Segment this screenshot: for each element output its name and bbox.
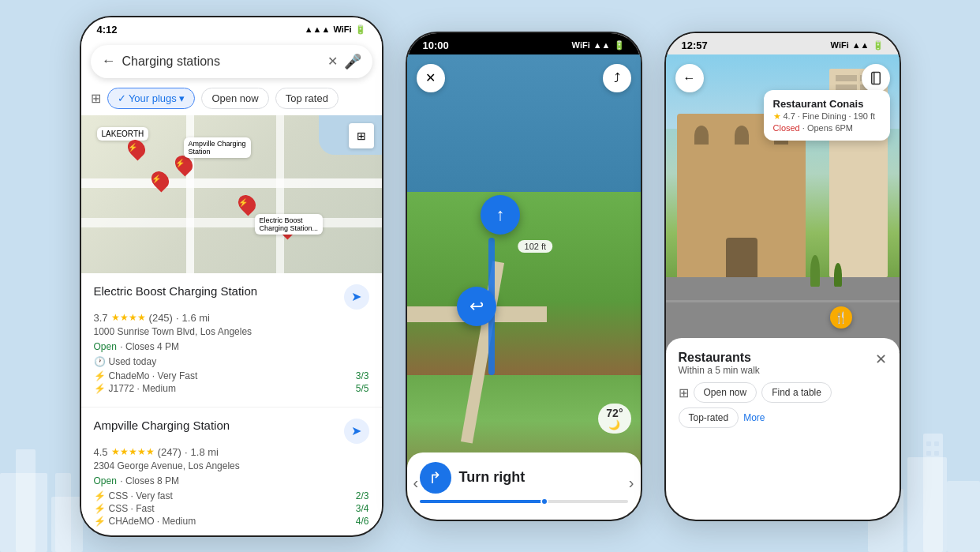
nav-instruction-text: Turn right [459,469,526,486]
avail-2a: 2/3 [356,490,369,501]
nav-instruction: ‹ ↱ Turn right › [420,462,628,494]
stars-1: ★★★★ [111,312,146,323]
signal-icon-3: ▲▲ [852,40,870,50]
search-input[interactable]: Charging stations [122,54,321,69]
nav-close-button[interactable]: ✕ [417,64,445,92]
svg-rect-0 [0,473,47,552]
listing-ampville[interactable]: Ampville Charging Station ➤ 4.5 ★★★★★ (2… [81,407,382,528]
place-card-rating: ★ 4.7 · Fine Dining · 190 ft [773,111,881,122]
panel-header: Restaurants Within a 5 min walk ✕ [679,351,887,376]
filter-top-rated-3[interactable]: Top-rated [679,407,739,428]
nav-turn-icon: ↱ [420,462,451,494]
aerial-map[interactable]: ↑ ↩ ✕ ⤴ 102 ft 72° 🌙 [407,54,641,513]
svg-rect-4 [907,457,947,552]
map-label-electric: Electric BoostCharging Station... [255,214,324,235]
nav-prev-button[interactable]: ‹ [413,473,419,491]
search-bar[interactable]: ← Charging stations ✕ 🎤 [91,45,372,78]
search-clear-icon[interactable]: ✕ [327,54,338,69]
avail-2c: 4/6 [356,516,369,527]
place-star: ★ [773,111,781,122]
navigate-btn-1[interactable]: ➤ [344,284,369,310]
avail-1a: 3/3 [356,370,369,381]
tree-1 [810,255,820,287]
phone1-content: ← Charging stations ✕ 🎤 ⊞ ✓ Your plugs ▾… [81,39,382,528]
place-type: Fine Dining [802,111,847,121]
review-count-1: (245) [149,312,173,324]
status-1: Open [94,341,117,352]
filter-top-rated[interactable]: Top rated [275,88,339,109]
panel-close-button[interactable]: ✕ [875,351,887,368]
svg-rect-7 [947,481,980,552]
nav-arrow-turn: ↩ [457,287,496,326]
phone-charging-stations: 4:12 ▲▲▲ WiFi 🔋 ← Charging stations ✕ 🎤 … [80,16,383,537]
charger-row-2a: ⚡ CSS · Very fast 2/3 [94,490,369,501]
filter-your-plugs[interactable]: ✓ Your plugs ▾ [107,88,196,109]
place-card-popup[interactable]: Restaurant Conais ★ 4.7 · Fine Dining · … [764,90,890,141]
place-card-status: Closed · Opens 6PM [773,123,881,133]
place-opens: Opens 6PM [807,123,853,133]
place-map-icon[interactable]: 🍴 [830,306,852,329]
street-view-back-button[interactable]: ← [675,64,704,92]
svg-rect-2 [51,497,83,552]
nav-share-button[interactable]: ⤴ [603,64,631,92]
svg-rect-3 [55,473,71,552]
listing-rating-1: 3.7 ★★★★ (245) · 1.6 mi [94,312,369,324]
status-bar-phone2: 10:00 WiFi ▲▲ 🔋 [407,33,641,54]
filter-more[interactable]: More [743,412,765,423]
map-area[interactable]: LAKEORTH Ampville ChargingStation Electr… [81,115,382,273]
close-time-2: Closes 8 PM [125,475,179,486]
signal-icon: ▲▲▲ [305,24,331,34]
map-pin-3[interactable] [148,167,172,192]
filter-open-now[interactable]: Open now [201,88,268,109]
nav-bottom-panel: ‹ ↱ Turn right › [407,452,641,513]
address-1: 1000 Sunrise Town Blvd, Los Angeles [94,326,369,337]
map-label-lakeorth: LAKEORTH [97,127,149,141]
nav-next-button[interactable]: › [629,473,634,491]
wifi-icon-3: WiFi [831,40,849,50]
status-2: Open [94,475,117,486]
progress-dot [540,498,548,505]
panel-filter-settings-icon[interactable]: ⊞ [679,385,689,400]
charger-row-2b: ⚡ CSS · Fast 3/4 [94,503,369,514]
place-dist-separator: · [849,111,851,121]
charger-row-2c: ⚡ CHAdeMO · Medium 4/6 [94,516,369,527]
address-2: 2304 George Avenue, Los Angeles [94,460,369,471]
distance-label: 102 ft [518,240,553,253]
time-phone1: 4:12 [97,24,118,36]
map-pin-4[interactable] [234,191,259,216]
temperature-value: 72° [606,407,623,419]
filter-open-now-3[interactable]: Open now [694,382,757,403]
svg-rect-10 [926,451,931,456]
nav-arrow-up: ↑ [481,195,520,235]
close-time-1: Closes 4 PM [125,341,179,352]
status-bar-phone1: 4:12 ▲▲▲ WiFi 🔋 [81,17,382,39]
filter-find-table[interactable]: Find a table [761,382,832,403]
distance-1: 1.6 mi [182,312,210,324]
time-phone3: 12:57 [682,39,708,51]
svg-rect-5 [923,434,943,552]
phone3-content: ← Restaurant Conais ★ 4.7 · Fine Dining [666,54,900,513]
svg-rect-12 [871,72,880,84]
avail-2b: 3/4 [356,503,369,514]
place-distance: 190 ft [854,111,876,121]
search-mic-icon[interactable]: 🎤 [344,53,361,70]
nav-progress-bar [420,500,628,503]
street-view-save-button[interactable] [862,64,890,92]
battery-icon: 🔋 [355,24,366,35]
map-label-ampville: Ampville ChargingStation [184,137,251,158]
charger-icon-2a: ⚡ [94,490,106,501]
navigate-btn-2[interactable]: ➤ [344,419,369,444]
weather-icon: 🌙 [608,419,620,430]
phone-navigation: 10:00 WiFi ▲▲ 🔋 ↑ ↩ [406,32,642,521]
review-count-2: (247) [158,446,181,458]
phone2-content: ↑ ↩ ✕ ⤴ 102 ft 72° 🌙 ‹ ↱ [407,54,641,513]
search-back-icon[interactable]: ← [102,53,116,69]
charger-icon-1b: ⚡ [94,383,106,394]
street-view-area[interactable]: ← Restaurant Conais ★ 4.7 · Fine Dining [666,54,900,352]
listing-electric-boost[interactable]: Electric Boost Charging Station ➤ 3.7 ★★… [81,273,382,407]
svg-rect-11 [934,451,939,456]
map-layers-button[interactable]: ⊞ [349,123,374,148]
wifi-icon-2: WiFi [572,40,590,50]
filter-settings-icon[interactable]: ⊞ [91,91,101,106]
battery-icon-3: 🔋 [873,40,884,51]
